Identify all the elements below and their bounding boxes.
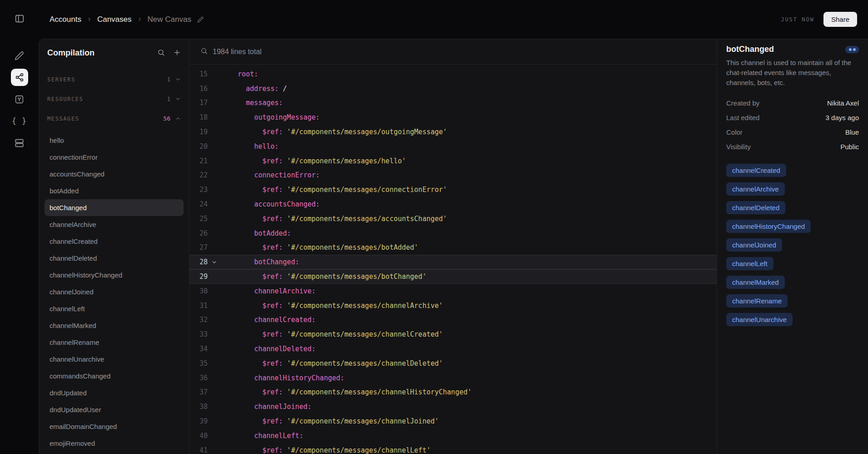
tag-channelMarked[interactable]: channelMarked	[726, 276, 785, 289]
code-line-41[interactable]: 41 $ref: '#/components/messages/channelL…	[190, 443, 717, 454]
line-number: 32	[190, 316, 208, 324]
share-button[interactable]: Share	[823, 12, 857, 27]
section-servers[interactable]: SERVERS1	[39, 70, 189, 89]
code-line-26[interactable]: 26 botAdded:	[190, 226, 717, 241]
fold-chevron-icon[interactable]	[208, 259, 220, 265]
code-text: channelJoined:	[238, 403, 312, 411]
chevron-down-icon	[175, 96, 181, 102]
breadcrumb-canvases[interactable]: Canvases	[97, 15, 132, 24]
line-number: 30	[190, 287, 208, 295]
topbar: Accounts Canvases New Canvas JUST NOW Sh…	[39, 0, 868, 39]
code-line-19[interactable]: 19 $ref: '#/components/messages/outgoing…	[190, 125, 717, 139]
code-text: $ref: '#/components/messages/channelJoin…	[238, 417, 439, 425]
rail-nav: { }	[11, 47, 28, 151]
code-line-16[interactable]: 16 address: /	[190, 81, 717, 96]
sidebar-item-emojiRemoved[interactable]: emojiRemoved	[45, 435, 184, 452]
sidebar-item-connectionError[interactable]: connectionError	[45, 149, 184, 166]
rail-item-design[interactable]	[11, 47, 28, 64]
sidebar-item-channelHistoryChanged[interactable]: channelHistoryChanged	[45, 267, 184, 283]
code-line-40[interactable]: 40 channelLeft:	[190, 429, 717, 443]
code-editor: 1984 lines total 15root:16 address: /17 …	[190, 39, 717, 454]
tag-channelJoined[interactable]: channelJoined	[726, 238, 782, 252]
meta-label: Created by	[726, 99, 759, 107]
sidebar-item-botAdded[interactable]: botAdded	[45, 182, 184, 199]
sidebar-item-channelJoined[interactable]: channelJoined	[45, 283, 184, 300]
sidebar-item-channelUnarchive[interactable]: channelUnarchive	[45, 351, 184, 368]
topbar-right: JUST NOW Share	[781, 12, 857, 27]
tag-channelCreated[interactable]: channelCreated	[726, 164, 786, 177]
code-line-21[interactable]: 21 $ref: '#/components/messages/hello'	[190, 154, 717, 168]
code-line-17[interactable]: 17 messages:	[190, 96, 717, 111]
sidebar-item-dndUpdatedUser[interactable]: dndUpdatedUser	[45, 401, 184, 418]
tag-channelDeleted[interactable]: channelDeleted	[726, 201, 785, 214]
section-messages[interactable]: MESSAGES56	[39, 109, 189, 128]
meta-label: Color	[726, 128, 743, 136]
add-button[interactable]	[173, 49, 181, 58]
sidebar-toggle-button[interactable]	[11, 10, 28, 27]
details-header: botChanged	[726, 45, 859, 54]
tag-channelRename[interactable]: channelRename	[726, 294, 788, 308]
sidebar-item-hello[interactable]: hello	[45, 132, 184, 149]
code-line-34[interactable]: 34 channelDeleted:	[190, 342, 717, 356]
code-line-36[interactable]: 36 channelHistoryChanged:	[190, 371, 717, 385]
share-nodes-icon	[15, 73, 24, 82]
rail-item-graph[interactable]	[11, 69, 28, 86]
sidebar-item-channelDeleted[interactable]: channelDeleted	[45, 250, 184, 267]
tag-channelHistoryChanged[interactable]: channelHistoryChanged	[726, 220, 811, 233]
code-text: $ref: '#/components/messages/channelLeft…	[238, 446, 430, 454]
tag-channelUnarchive[interactable]: channelUnarchive	[726, 313, 793, 326]
sidebar-item-channelRename[interactable]: channelRename	[45, 334, 184, 351]
code-lines: 15root:16 address: /17 messages:18 outgo…	[190, 65, 717, 454]
code-line-38[interactable]: 38 channelJoined:	[190, 399, 717, 414]
code-line-20[interactable]: 20 hello:	[190, 139, 717, 154]
sidebar-item-channelCreated[interactable]: channelCreated	[45, 233, 184, 250]
code-line-27[interactable]: 27 $ref: '#/components/messages/botAdded…	[190, 241, 717, 255]
sidebar-item-channelLeft[interactable]: channelLeft	[45, 300, 184, 317]
code-text: root:	[238, 70, 258, 78]
meta-value: 3 days ago	[826, 114, 859, 121]
section-count: 1	[167, 76, 170, 83]
code-text: channelHistoryChanged:	[238, 374, 344, 382]
messages-list: helloconnectionErroraccountsChangedbotAd…	[39, 128, 189, 454]
rail-item-json[interactable]: { }	[11, 112, 28, 130]
code-line-29[interactable]: 29 $ref: '#/components/messages/botChang…	[190, 269, 717, 284]
code-line-25[interactable]: 25 $ref: '#/components/messages/accounts…	[190, 212, 717, 226]
tag-channelLeft[interactable]: channelLeft	[726, 257, 773, 270]
code-text: $ref: '#/components/messages/accountsCha…	[238, 215, 447, 223]
tag-channelArchive[interactable]: channelArchive	[726, 182, 785, 196]
code-line-18[interactable]: 18 outgoingMessage:	[190, 110, 717, 125]
breadcrumb-accounts[interactable]: Accounts	[50, 15, 81, 24]
code-line-39[interactable]: 39 $ref: '#/components/messages/channelJ…	[190, 414, 717, 429]
code-line-15[interactable]: 15root:	[190, 67, 717, 81]
section-label: SERVERS	[47, 76, 167, 83]
search-button[interactable]	[157, 49, 165, 58]
sidebar-item-accountsChanged[interactable]: accountsChanged	[45, 166, 184, 182]
sidebar-title: Compilation	[47, 48, 157, 58]
edit-pencil-icon[interactable]	[197, 16, 204, 23]
code-line-24[interactable]: 24 accountsChanged:	[190, 197, 717, 212]
rail-item-yaml[interactable]	[11, 91, 28, 108]
sidebar-item-commandsChanged[interactable]: commandsChanged	[45, 368, 184, 384]
code-line-22[interactable]: 22 connectionError:	[190, 168, 717, 183]
meta-value: Nikita Axel	[827, 99, 859, 107]
sidebar-item-channelArchive[interactable]: channelArchive	[45, 216, 184, 233]
code-line-35[interactable]: 35 $ref: '#/components/messages/channelD…	[190, 356, 717, 371]
code-line-28[interactable]: 28 botChanged:	[190, 255, 717, 269]
content-surface: Compilation SERVERS1RESOURCES1MESSAGES56	[39, 39, 868, 454]
line-number: 23	[190, 186, 208, 194]
rail-item-servers[interactable]	[11, 134, 28, 151]
sidebar-item-dndUpdated[interactable]: dndUpdated	[45, 384, 184, 401]
line-number: 24	[190, 200, 208, 208]
editor-search-bar[interactable]: 1984 lines total	[190, 39, 717, 65]
sidebar-item-emailDomainChanged[interactable]: emailDomainChanged	[45, 418, 184, 435]
sidebar-item-channelMarked[interactable]: channelMarked	[45, 317, 184, 334]
code-line-23[interactable]: 23 $ref: '#/components/messages/connecti…	[190, 182, 717, 197]
sidebar-item-botChanged[interactable]: botChanged	[45, 199, 184, 216]
section-resources[interactable]: RESOURCES1	[39, 89, 189, 109]
code-line-30[interactable]: 30 channelArchive:	[190, 284, 717, 298]
code-line-31[interactable]: 31 $ref: '#/components/messages/channelA…	[190, 298, 717, 313]
code-line-32[interactable]: 32 channelCreated:	[190, 313, 717, 328]
line-number: 20	[190, 142, 208, 151]
code-line-33[interactable]: 33 $ref: '#/components/messages/channelC…	[190, 327, 717, 342]
code-line-37[interactable]: 37 $ref: '#/components/messages/channelH…	[190, 385, 717, 400]
